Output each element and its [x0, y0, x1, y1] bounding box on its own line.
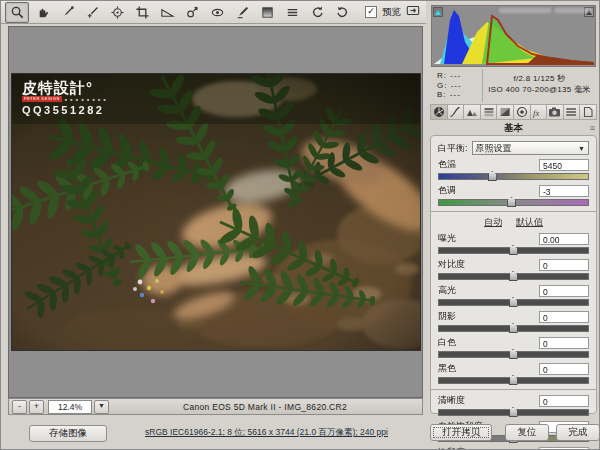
straighten-tool[interactable] — [155, 2, 179, 23]
panel-menu-icon[interactable]: ≡ — [590, 122, 595, 135]
footer: 存储图像 sRGB IEC61966-2.1; 8 位; 5616 x 3744… — [1, 415, 426, 450]
tab-snapshots[interactable] — [580, 104, 597, 120]
whites-slider[interactable] — [438, 351, 589, 358]
open-copy-button[interactable]: 打开拷贝 — [430, 424, 492, 441]
red-eye-tool[interactable] — [205, 2, 229, 23]
white-balance-label: 白平衡: — [438, 142, 468, 155]
dialog-buttons: 打开拷贝 复位 完成 — [426, 424, 600, 441]
slider-thumb[interactable] — [509, 375, 518, 385]
reset-button[interactable]: 复位 — [505, 424, 549, 441]
slider-thumb[interactable] — [488, 171, 497, 181]
tab-lens-corrections[interactable] — [514, 104, 531, 120]
tab-camera-calibration[interactable] — [547, 104, 564, 120]
zoom-tool[interactable] — [5, 2, 29, 23]
clarity-value[interactable]: 0 — [539, 395, 589, 407]
slider-thumb[interactable] — [509, 245, 518, 255]
zoom-out-button[interactable]: - — [12, 400, 27, 414]
hand-tool[interactable] — [30, 2, 54, 23]
preview-area: 皮特設計° PETER DESIGN ■ ■ ■ ■ ■ ■ ■ ■ QQ355… — [8, 26, 423, 398]
tint-value[interactable]: -3 — [539, 185, 589, 197]
preview-checkbox[interactable]: ✓ — [365, 6, 377, 18]
exif-exposure: f/2.8 1/125 秒 — [483, 73, 596, 84]
exposure-value[interactable]: 0.00 — [539, 233, 589, 245]
white-balance-tool[interactable] — [55, 2, 79, 23]
default-link[interactable]: 默认值 — [516, 217, 543, 227]
status-bar: - + 12.4% ▼ Canon EOS 5D Mark II - IMG_8… — [8, 398, 423, 415]
tint-label: 色调 — [438, 184, 456, 197]
auto-link[interactable]: 自动 — [484, 217, 502, 227]
g-label: G: — [437, 81, 447, 90]
shadows-value[interactable]: 0 — [539, 311, 589, 323]
spot-removal-tool[interactable] — [180, 2, 204, 23]
clarity-label: 清晰度 — [438, 394, 465, 407]
color-sampler-tool[interactable] — [80, 2, 104, 23]
temperature-label: 色温 — [438, 158, 456, 171]
save-image-button[interactable]: 存储图像 — [29, 425, 107, 442]
watermark-subtitle: PETER DESIGN — [22, 96, 62, 102]
temperature-value[interactable]: 5450 — [539, 159, 589, 171]
slider-thumb[interactable] — [509, 349, 518, 359]
r-label: R: — [437, 71, 447, 80]
camera-filename: Canon EOS 5D Mark II - IMG_8620.CR2 — [111, 402, 419, 412]
camera-raw-dialog: ✓ 预览 — [0, 0, 600, 450]
whites-label: 白色 — [438, 336, 456, 349]
watermark-dots: ■ ■ ■ ■ ■ ■ ■ ■ — [65, 97, 107, 102]
svg-text:fx: fx — [533, 108, 540, 118]
white-balance-select[interactable]: 原照设置 ▼ — [472, 141, 589, 155]
tab-detail[interactable] — [464, 104, 481, 120]
tint-slider[interactable] — [438, 199, 589, 206]
rotate-right-tool[interactable] — [330, 2, 354, 23]
rotate-left-tool[interactable] — [305, 2, 329, 23]
crop-tool[interactable] — [130, 2, 154, 23]
slider-thumb[interactable] — [509, 297, 518, 307]
blacks-slider[interactable] — [438, 377, 589, 384]
histogram[interactable] — [431, 5, 596, 67]
zoom-level-field[interactable]: 12.4% — [48, 400, 92, 414]
tab-hsl-grayscale[interactable] — [481, 104, 498, 120]
whites-value[interactable]: 0 — [539, 337, 589, 349]
slider-thumb[interactable] — [509, 323, 518, 333]
watermark-qq: QQ3551282 — [22, 104, 107, 116]
preferences-tool[interactable] — [280, 2, 304, 23]
exif-iso-lens: ISO 400 70-200@135 毫米 — [483, 84, 596, 95]
tab-tone-curve[interactable] — [448, 104, 465, 120]
done-button[interactable]: 完成 — [556, 424, 600, 441]
adjustment-brush-tool[interactable] — [230, 2, 254, 23]
tab-basic[interactable] — [430, 104, 448, 120]
panel-tabs: fx — [430, 104, 597, 120]
tab-presets[interactable] — [564, 104, 581, 120]
workflow-options-link[interactable]: sRGB IEC61966-2.1; 8 位; 5616 x 3744 (21.… — [107, 427, 426, 439]
targeted-adjustment-tool[interactable] — [105, 2, 129, 23]
watermark-title: 皮特設計° — [22, 79, 107, 96]
basic-panel-content: 白平衡: 原照设置 ▼ 色温 5450 色调 -3 — [430, 135, 597, 414]
photo-preview[interactable]: 皮特設計° PETER DESIGN ■ ■ ■ ■ ■ ■ ■ ■ QQ355… — [11, 73, 421, 351]
contrast-value[interactable]: 0 — [539, 259, 589, 271]
shadows-slider[interactable] — [438, 325, 589, 332]
slider-thumb[interactable] — [507, 197, 516, 207]
tab-split-toning[interactable] — [497, 104, 514, 120]
temperature-slider[interactable] — [438, 173, 589, 180]
contrast-label: 对比度 — [438, 258, 465, 271]
highlights-value[interactable]: 0 — [539, 285, 589, 297]
exposure-slider[interactable] — [438, 247, 589, 254]
zoom-dropdown-button[interactable]: ▼ — [94, 400, 109, 414]
b-label: B: — [437, 90, 447, 99]
preview-label: 预览 — [382, 6, 401, 19]
shadow-clipping-indicator[interactable] — [433, 7, 443, 17]
r-value: --- — [450, 71, 461, 80]
highlights-slider[interactable] — [438, 299, 589, 306]
graduated-filter-tool[interactable] — [255, 2, 279, 23]
fullscreen-toggle-icon[interactable] — [406, 3, 420, 21]
slider-thumb[interactable] — [509, 407, 518, 417]
saturation-label: 饱和度 — [438, 446, 465, 450]
blacks-value[interactable]: 0 — [539, 363, 589, 375]
exposure-label: 曝光 — [438, 232, 456, 245]
contrast-slider[interactable] — [438, 273, 589, 280]
clarity-slider[interactable] — [438, 409, 589, 416]
slider-thumb[interactable] — [509, 271, 518, 281]
divider — [431, 211, 596, 212]
adjustments-panel: R: --- G: --- B: --- f/2.8 1/125 秒 ISO 4… — [426, 1, 600, 450]
image-info: R: --- G: --- B: --- f/2.8 1/125 秒 ISO 4… — [431, 69, 596, 102]
zoom-in-button[interactable]: + — [29, 400, 44, 414]
tab-effects[interactable]: fx — [531, 104, 548, 120]
